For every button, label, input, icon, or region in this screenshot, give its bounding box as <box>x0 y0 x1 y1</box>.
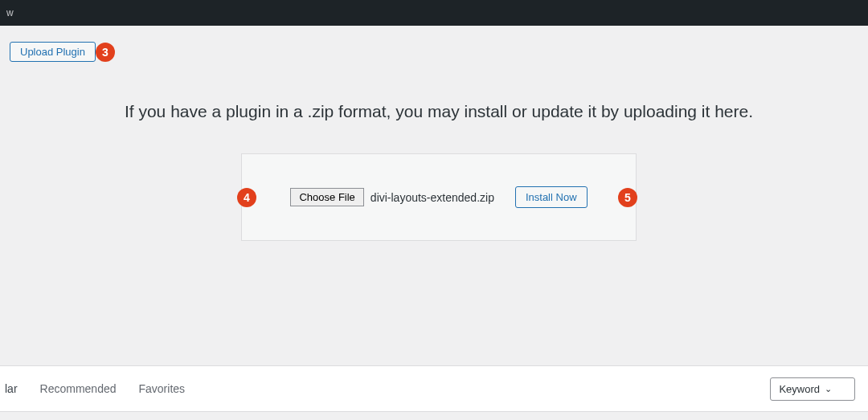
search-type-label: Keyword <box>779 383 820 395</box>
upload-plugin-button[interactable]: Upload Plugin <box>10 42 96 62</box>
admin-top-bar: w <box>0 0 868 26</box>
file-input-group: Choose File divi-layouts-extended.zip In… <box>290 186 587 208</box>
choose-file-button[interactable]: Choose File <box>290 188 363 206</box>
filter-tabs-bar: lar Recommended Favorites Keyword ⌄ <box>0 365 868 412</box>
upload-form: 4 Choose File divi-layouts-extended.zip … <box>241 153 637 241</box>
annotation-badge-4: 4 <box>237 188 256 207</box>
annotation-badge-3: 3 <box>96 43 115 62</box>
annotation-badge-5: 5 <box>618 188 637 207</box>
filter-tabs: lar Recommended Favorites <box>0 382 185 395</box>
upload-instruction-text: If you have a plugin in a .zip format, y… <box>10 102 868 121</box>
tab-popular-fragment[interactable]: lar <box>5 382 18 395</box>
chevron-down-icon: ⌄ <box>825 384 832 394</box>
page-header: Upload Plugin 3 <box>10 42 868 62</box>
selected-file-name: divi-layouts-extended.zip <box>371 191 494 204</box>
tab-favorites[interactable]: Favorites <box>139 382 186 395</box>
top-bar-crumb-fragment: w <box>6 7 14 18</box>
install-now-button[interactable]: Install Now <box>515 186 588 208</box>
tab-recommended[interactable]: Recommended <box>40 382 117 395</box>
page-body: Upload Plugin 3 If you have a plugin in … <box>0 26 868 241</box>
search-type-select[interactable]: Keyword ⌄ <box>770 377 855 401</box>
